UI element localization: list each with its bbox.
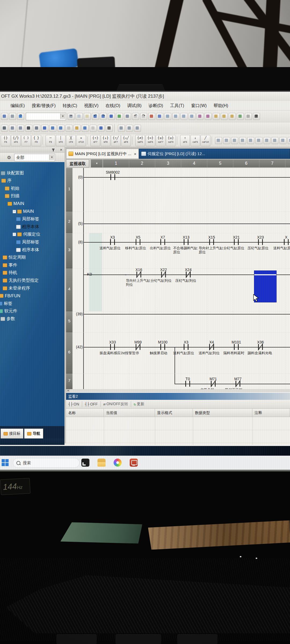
zoom-in-icon[interactable]: ⊕: [253, 113, 260, 120]
contact-X21[interactable]: [238, 239, 239, 245]
redo-icon[interactable]: ↷: [100, 113, 107, 120]
pulse-convert-icon[interactable]: [223, 137, 230, 144]
contact-X23[interactable]: [262, 239, 263, 245]
sidebar-item-15[interactable]: 无执行类型指定: [0, 277, 39, 284]
ladder-symbol-aF5[interactable]: ↑aF5: [180, 135, 190, 146]
menu-item-9[interactable]: 窗口(W): [188, 102, 210, 109]
statement-icon[interactable]: [221, 113, 228, 120]
watch-button-2[interactable]: ┤├OFF: [83, 401, 100, 408]
sidebar-item-11[interactable]: 程序本体: [11, 246, 39, 253]
contact-M100[interactable]: [164, 344, 165, 350]
sidebar-item-13[interactable]: 事件: [0, 262, 17, 269]
watch-table-body[interactable]: [66, 417, 290, 445]
ladder-symbol-sF6[interactable]: ┤╱├sF6: [11, 135, 21, 146]
contact-X7[interactable]: [164, 239, 165, 245]
write-mode-icon[interactable]: [263, 137, 270, 144]
rung-number-4[interactable]: 4: [66, 268, 73, 311]
rung-number-1[interactable]: 1: [66, 168, 73, 211]
monitor-read-button[interactable]: 监视读取: [66, 159, 89, 167]
rung-number-7[interactable]: 7: [66, 374, 73, 389]
jump-icon[interactable]: [239, 137, 246, 144]
ladder-symbol-cF9[interactable]: ╳cF9: [66, 135, 76, 146]
contact-X[interactable]: [288, 239, 289, 245]
dock-tab-2[interactable]: 导航: [24, 429, 43, 438]
chevron-down-icon[interactable]: ▼: [49, 155, 54, 160]
contact-X15[interactable]: [209, 239, 210, 245]
editor-tab-1[interactable]: MAIN [PRG] [LD] 监视执行中 ...×: [66, 149, 139, 159]
find-binoculars-icon[interactable]: [25, 125, 32, 132]
editor-tab-2[interactable]: 伺服定位 [PRG] [LD] (只读) 12...: [139, 149, 290, 159]
ladder-symbol-F8[interactable]: { }F8: [31, 135, 41, 146]
close-icon[interactable]: ×: [134, 152, 136, 156]
ladder-symbol-sF8[interactable]: ┤↓├sF8: [101, 135, 110, 146]
device-batch-icon[interactable]: [197, 113, 204, 120]
sidebar-item-6[interactable]: −MAIN: [7, 208, 34, 215]
contact-X33[interactable]: [110, 344, 111, 350]
read-mode-icon[interactable]: [255, 137, 262, 144]
comment-icon[interactable]: [213, 113, 220, 120]
contact-X5[interactable]: [136, 239, 136, 245]
contact-X[interactable]: [284, 239, 285, 245]
device-window-icon[interactable]: [124, 113, 131, 120]
undo-gray-icon[interactable]: ↶: [132, 113, 139, 120]
disabled2-icon[interactable]: [90, 125, 97, 132]
contact-X15[interactable]: [213, 239, 214, 245]
monitor-start-icon[interactable]: [237, 113, 244, 120]
ladder-symbol-F6[interactable]: ┤├F6: [1, 135, 10, 146]
menu-item-4[interactable]: 视图(V): [81, 102, 102, 109]
monitor-stop-icon[interactable]: [245, 113, 252, 120]
menu-item-2[interactable]: 搜索/替换(F): [28, 102, 59, 109]
taskbar-search[interactable]: 搜索: [13, 458, 79, 468]
zoom-combo[interactable]: ▼: [26, 113, 66, 120]
window-search-icon[interactable]: [33, 125, 40, 132]
contact-X33[interactable]: [114, 344, 115, 350]
close-icon[interactable]: ×: [60, 147, 62, 152]
contact-M101[interactable]: [234, 344, 235, 350]
ladder-symbol-caF10[interactable]: ╱caF10: [201, 135, 210, 146]
contact-X3[interactable]: [114, 239, 115, 245]
sidebar-item-20[interactable]: 参数: [0, 315, 15, 322]
menu-item-5[interactable]: 在线(O): [102, 102, 124, 109]
paste-icon[interactable]: [84, 113, 91, 120]
contact-T0[interactable]: [189, 381, 190, 387]
disabled-icon[interactable]: [66, 125, 73, 132]
watch-button-3[interactable]: ⇄ON/OFF反转: [101, 401, 130, 408]
contact-SM8002[interactable]: [110, 174, 111, 180]
find-device-icon[interactable]: [164, 113, 171, 120]
pin-icon[interactable]: [52, 148, 55, 152]
contact-X13[interactable]: [184, 239, 184, 245]
contact-X21[interactable]: [234, 239, 235, 245]
contact-X7[interactable]: [160, 239, 161, 245]
ladder-symbol-caF5[interactable]: ↓caF5: [190, 135, 200, 146]
tree-filter-combo[interactable]: 全部 ▼: [14, 154, 55, 161]
watch-button-4[interactable]: ↻更新: [132, 401, 146, 408]
write-to-plc-icon[interactable]: [148, 113, 155, 120]
menu-item-7[interactable]: 诊断(D): [145, 102, 166, 109]
contact-X3[interactable]: [188, 344, 189, 350]
ladder-symbol-saF6[interactable]: ┤=├saF6: [146, 135, 155, 146]
sidebar-item-7[interactable]: 局部标签: [11, 216, 39, 223]
sidebar-item-8[interactable]: 程序本体: [11, 223, 39, 230]
menu-item-8[interactable]: 工具(T): [166, 102, 187, 109]
device-display-drop-icon[interactable]: [98, 125, 105, 132]
contact-T0[interactable]: [185, 381, 186, 387]
find-string-icon[interactable]: [180, 113, 187, 120]
header-dropdown-cell[interactable]: ▼: [91, 159, 103, 167]
device-check-icon[interactable]: [116, 113, 123, 120]
monitor-mode-icon[interactable]: [271, 137, 278, 144]
device-test-icon[interactable]: [205, 113, 212, 120]
menu-item-10[interactable]: 帮助(H): [210, 102, 232, 109]
sidebar-item-9[interactable]: −伺服定位: [7, 231, 40, 238]
device-display-icon[interactable]: [108, 113, 115, 120]
note-icon[interactable]: [229, 113, 236, 120]
zoom-drop-icon[interactable]: [106, 125, 113, 132]
ladder-symbol-aF7[interactable]: ┤↑╱aF7: [111, 135, 121, 146]
tree-expander-icon[interactable]: −: [13, 210, 16, 213]
scroll-left-icon[interactable]: ◄: [66, 389, 70, 392]
sidebar-item-16[interactable]: 未登录程序: [0, 285, 30, 292]
sidebar-item-19[interactable]: 软元件: [0, 308, 17, 315]
menu-item-6[interactable]: 调试(B): [124, 102, 145, 109]
sidebar-item-18[interactable]: 标签: [0, 300, 12, 307]
undo-icon[interactable]: ↶: [92, 113, 99, 120]
sidebar-item-5[interactable]: MAIN: [2, 200, 24, 207]
